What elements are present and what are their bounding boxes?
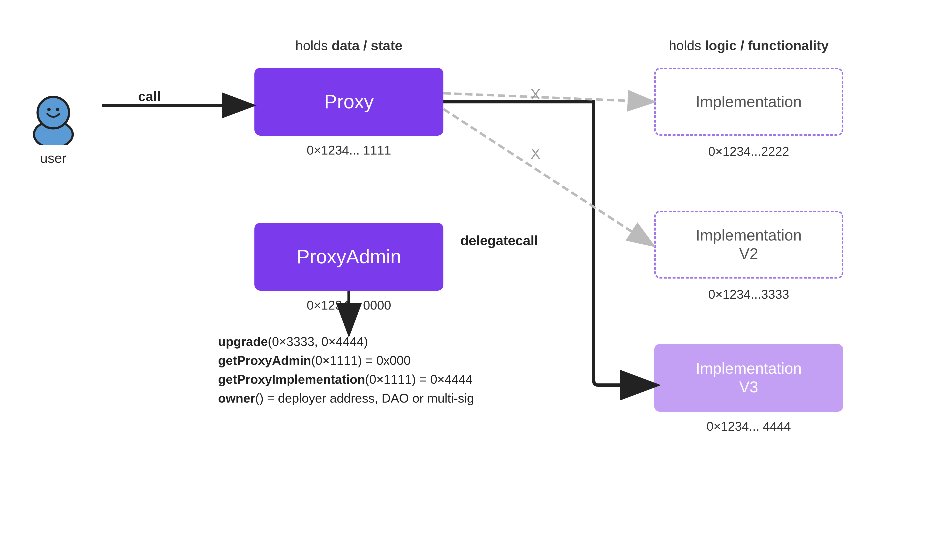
holds-data-state-label: holds data / state — [254, 37, 444, 53]
svg-line-10 — [444, 109, 652, 245]
fn-item-getproxyimpl: getProxyImplementation(0×1111) = 0×4444 — [218, 372, 474, 387]
call-label: call — [138, 88, 161, 104]
fn-item-owner: owner() = deployer address, DAO or multi… — [218, 391, 474, 406]
svg-line-9 — [444, 93, 652, 102]
x-marker-2: X — [531, 145, 540, 162]
impl-v3-address: 0×1234... 4444 — [654, 419, 843, 433]
proxy-box-label: Proxy — [324, 91, 374, 113]
proxy-address: 0×1234... 1111 — [254, 143, 444, 157]
user-icon — [29, 92, 77, 145]
function-list: upgrade(0×3333, 0×4444) getProxyAdmin(0×… — [218, 334, 474, 406]
diagram-container: holds data / state holds logic / functio… — [0, 0, 952, 560]
impl-v1-box: Implementation — [654, 68, 843, 136]
user-section: user — [29, 92, 77, 166]
impl-v1-label: Implementation — [695, 93, 802, 111]
proxyadmin-box: ProxyAdmin — [254, 223, 444, 291]
x-marker-1: X — [531, 86, 540, 103]
impl-v3-box: ImplementationV3 — [654, 344, 843, 412]
svg-point-1 — [37, 97, 69, 128]
impl-v2-box: ImplementationV2 — [654, 211, 843, 279]
svg-point-2 — [47, 108, 51, 111]
proxy-box: Proxy — [254, 68, 444, 136]
svg-point-3 — [56, 108, 59, 111]
impl-v3-label: ImplementationV3 — [695, 359, 802, 396]
fn-item-getproxyadmin: getProxyAdmin(0×1111) = 0x000 — [218, 353, 474, 368]
fn-item-upgrade: upgrade(0×3333, 0×4444) — [218, 334, 474, 349]
delegatecall-label: delegatecall — [461, 233, 538, 248]
proxyadmin-address: 0×1234... 0000 — [254, 298, 444, 312]
impl-v2-label: ImplementationV2 — [695, 226, 802, 263]
holds-logic-func-bold: logic / functionality — [705, 38, 829, 53]
impl-v2-address: 0×1234...3333 — [654, 287, 843, 302]
holds-data-state-bold: data / state — [331, 38, 402, 53]
holds-logic-func-label: holds logic / functionality — [654, 37, 843, 53]
user-label: user — [40, 150, 66, 166]
proxyadmin-box-label: ProxyAdmin — [297, 245, 401, 268]
impl-v1-address: 0×1234...2222 — [654, 144, 843, 159]
